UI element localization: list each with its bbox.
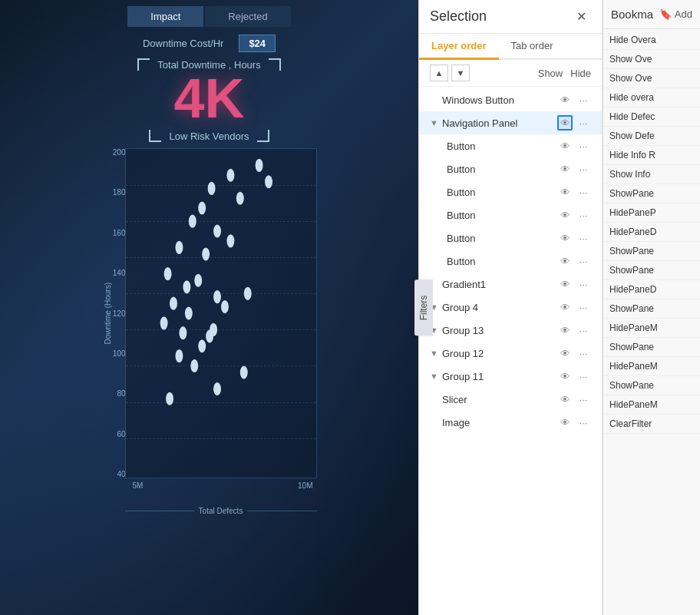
- hide-all-button[interactable]: Hide: [570, 68, 591, 79]
- layer-navigation-panel[interactable]: ▼ Navigation Panel 👁 ···: [419, 111, 602, 134]
- grid-line-7: [126, 402, 316, 403]
- layer-more-button[interactable]: ···: [576, 161, 591, 177]
- bookmark-item-hide-defec[interactable]: Hide Defec: [603, 107, 700, 127]
- bookmarks-header: Bookma 🔖 Add: [603, 0, 700, 29]
- bookmarks-add-button[interactable]: 🔖 Add: [659, 8, 692, 20]
- layer-icon-group: 👁 ···: [557, 276, 591, 292]
- layer-more-button[interactable]: ···: [576, 415, 591, 430]
- layer-more-button[interactable]: ···: [576, 322, 591, 338]
- layer-button-5[interactable]: Button 👁 ···: [419, 226, 602, 250]
- layer-icon-group: 👁 ···: [557, 115, 591, 131]
- svg-point-0: [207, 182, 215, 195]
- layer-visibility-button[interactable]: 👁: [557, 207, 573, 223]
- layer-visibility-button[interactable]: 👁: [557, 184, 573, 200]
- bookmark-item-showpane-5[interactable]: ShowPane: [603, 338, 700, 357]
- layer-more-button[interactable]: ···: [576, 184, 591, 200]
- layer-more-button[interactable]: ···: [576, 299, 591, 315]
- dashboard-tab-bar: Impact Rejected: [0, 0, 418, 27]
- layer-more-button[interactable]: ···: [576, 115, 591, 131]
- layer-visibility-button[interactable]: 👁: [557, 299, 573, 315]
- y-label-180: 180: [113, 188, 126, 197]
- layer-more-button[interactable]: ···: [576, 276, 591, 292]
- bookmarks-title: Bookma: [611, 8, 653, 21]
- layer-gradient1[interactable]: Gradient1 👁 ···: [419, 273, 602, 296]
- move-up-button[interactable]: ▲: [430, 64, 448, 81]
- svg-point-26: [213, 382, 221, 395]
- bookmark-item-hidepanem-2[interactable]: HidePaneM: [603, 357, 700, 376]
- layer-visibility-button[interactable]: 👁: [557, 392, 573, 407]
- bookmark-item-hidepaned-1[interactable]: HidePaneD: [603, 223, 700, 242]
- x-title-line-right: [247, 511, 316, 511]
- svg-point-7: [213, 224, 221, 237]
- layer-button-1[interactable]: Button 👁 ···: [419, 134, 602, 157]
- layer-visibility-button[interactable]: 👁: [557, 253, 573, 269]
- layer-visibility-button[interactable]: 👁: [557, 322, 573, 338]
- layer-visibility-button[interactable]: 👁: [557, 230, 573, 246]
- bookmark-item-showpane-6[interactable]: ShowPane: [603, 376, 700, 395]
- bookmark-item-showpane-3[interactable]: ShowPane: [603, 261, 700, 280]
- layer-more-button[interactable]: ···: [576, 230, 591, 246]
- layer-group11[interactable]: ▼ Group 11 👁 ···: [419, 365, 602, 388]
- layer-visibility-button[interactable]: 👁: [557, 415, 573, 430]
- layer-button-6[interactable]: Button 👁 ···: [419, 250, 602, 273]
- layer-name: Group 12: [442, 348, 557, 359]
- layer-image[interactable]: Image 👁 ···: [419, 411, 602, 434]
- selection-close-button[interactable]: ✕: [572, 8, 591, 25]
- layer-group4[interactable]: ▼ Group 4 👁 ···: [419, 296, 602, 319]
- layer-more-button[interactable]: ···: [576, 346, 591, 361]
- bookmark-item-hidepanem-3[interactable]: HidePaneM: [603, 395, 700, 415]
- bookmark-item-hidepanem-1[interactable]: HidePaneM: [603, 319, 700, 338]
- bookmark-item-hide-overa[interactable]: Hide Overa: [603, 31, 700, 50]
- layer-visibility-button[interactable]: 👁: [557, 161, 573, 177]
- bookmark-item-show-info[interactable]: Show Info: [603, 165, 700, 184]
- bookmark-item-hide-info[interactable]: Hide Info R: [603, 146, 700, 165]
- rejected-tab[interactable]: Rejected: [205, 6, 290, 27]
- layer-visibility-button[interactable]: 👁: [557, 369, 573, 384]
- bookmark-item-hide-overa-2[interactable]: Hide overa: [603, 88, 700, 107]
- layer-icon-group: 👁 ···: [557, 299, 591, 315]
- svg-point-27: [166, 392, 173, 405]
- layer-group12[interactable]: ▼ Group 12 👁 ···: [419, 342, 602, 365]
- layer-visibility-button[interactable]: 👁: [557, 346, 573, 361]
- layer-more-button[interactable]: ···: [576, 207, 591, 223]
- bookmark-item-clearfilter[interactable]: ClearFilter: [603, 415, 700, 434]
- layer-visibility-button[interactable]: 👁: [557, 138, 573, 154]
- layer-order-tab[interactable]: Layer order: [419, 34, 499, 60]
- layer-icon-group: 👁 ···: [557, 138, 591, 154]
- bookmark-item-showpane-4[interactable]: ShowPane: [603, 299, 700, 319]
- bookmark-item-showpane-2[interactable]: ShowPane: [603, 242, 700, 261]
- layer-button-3[interactable]: Button 👁 ···: [419, 180, 602, 203]
- layer-more-button[interactable]: ···: [576, 392, 591, 407]
- layer-name: Button: [447, 141, 557, 152]
- tab-order-tab[interactable]: Tab order: [499, 34, 566, 60]
- layer-more-button[interactable]: ···: [576, 92, 591, 107]
- bookmark-item-show-defe[interactable]: Show Defe: [603, 127, 700, 146]
- bookmark-item-show-ove-1[interactable]: Show Ove: [603, 50, 700, 69]
- grid-line-5: [126, 329, 316, 330]
- svg-point-4: [265, 175, 272, 188]
- layer-more-button[interactable]: ···: [576, 138, 591, 154]
- x-label-10m: 10M: [298, 481, 312, 490]
- layer-visibility-button[interactable]: 👁: [557, 92, 573, 107]
- move-down-button[interactable]: ▼: [451, 64, 470, 81]
- layer-windows-button[interactable]: Windows Button 👁 ···: [419, 88, 602, 111]
- layer-button-4[interactable]: Button 👁 ···: [419, 203, 602, 226]
- layer-slicer[interactable]: Slicer 👁 ···: [419, 388, 602, 411]
- layer-visibility-button-highlighted[interactable]: 👁: [557, 115, 573, 131]
- x-title-line-left: [125, 511, 194, 511]
- layer-more-button[interactable]: ···: [576, 369, 591, 384]
- bookmark-item-hidepaned-2[interactable]: HidePaneD: [603, 280, 700, 299]
- show-all-button[interactable]: Show: [538, 68, 563, 79]
- filters-sidebar: Filters: [414, 279, 433, 336]
- impact-tab[interactable]: Impact: [127, 6, 203, 27]
- svg-point-15: [221, 300, 229, 313]
- filters-tab[interactable]: Filters: [414, 279, 433, 336]
- layer-more-button[interactable]: ···: [576, 253, 591, 269]
- bookmark-item-hidepanep[interactable]: HidePaneP: [603, 203, 700, 223]
- bookmark-item-show-ove-2[interactable]: Show Ove: [603, 69, 700, 88]
- layer-visibility-button[interactable]: 👁: [557, 276, 573, 292]
- layer-button-2[interactable]: Button 👁 ···: [419, 157, 602, 180]
- layer-group13[interactable]: ▼ Group 13 👁 ···: [419, 319, 602, 342]
- bookmark-item-showpane-1[interactable]: ShowPane: [603, 184, 700, 203]
- selection-tab-bar: Layer order Tab order: [419, 34, 602, 60]
